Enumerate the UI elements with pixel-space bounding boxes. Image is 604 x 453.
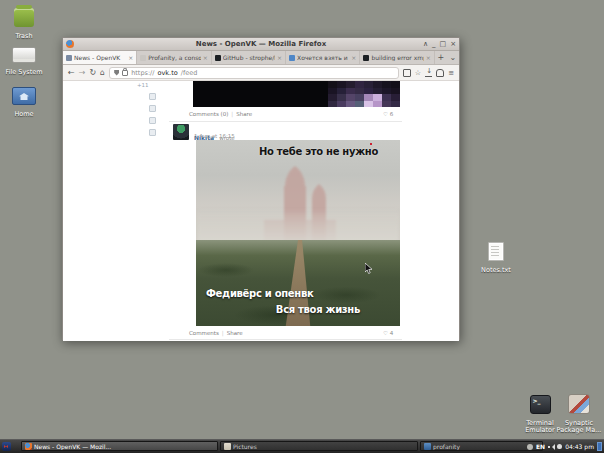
clock[interactable]: 04:43 pm: [565, 443, 594, 450]
tab-close-icon[interactable]: ×: [351, 54, 356, 61]
tab-habr-article[interactable]: Хочется взять и ра ×: [286, 51, 360, 64]
watermark-dot: [370, 143, 372, 145]
reaction-icon[interactable]: [149, 117, 156, 124]
post-divider: [169, 121, 402, 122]
lock-icon[interactable]: [122, 70, 128, 76]
pixelated-region: [328, 81, 400, 107]
tab-label: Profanity, a console ba: [148, 54, 200, 61]
comments-link[interactable]: Comments (0): [189, 111, 228, 117]
firefox-icon: [25, 443, 32, 450]
maximize-button[interactable]: □: [440, 38, 447, 50]
taskbar-button-label: profanity: [433, 443, 460, 450]
url-path: /feed: [181, 69, 198, 77]
back-button[interactable]: ←: [68, 69, 75, 77]
openvk-feed-page: +11 Comments (0)|Share ♡ 6 Nikita wrote: [63, 81, 459, 341]
share-link[interactable]: Share: [236, 111, 252, 117]
url-host: ovk.to: [158, 69, 178, 77]
tab-github-strophe[interactable]: GitHub - strophe/lib ×: [212, 51, 286, 64]
desktop-icon-trash[interactable]: Trash: [1, 8, 47, 40]
taskbar-window-pictures[interactable]: Pictures: [220, 441, 418, 451]
tab-building-error[interactable]: building error xmpp ×: [360, 51, 434, 64]
like-counter[interactable]: ♡ 4: [383, 330, 393, 336]
reaction-icon[interactable]: [149, 105, 156, 112]
forward-button[interactable]: →: [79, 69, 86, 77]
desktop-icon-synaptic[interactable]: Synaptic Package Ma...: [556, 394, 602, 435]
account-icon[interactable]: [436, 69, 444, 77]
page-favicon: [140, 55, 146, 61]
tab-label: GitHub - strophe/lib: [223, 54, 275, 61]
taskbar-window-firefox[interactable]: News - OpenVK — Mozil...: [21, 441, 218, 451]
applications-menu-button[interactable]: [2, 442, 11, 451]
tab-label: building error xmpp: [371, 54, 423, 61]
reader-mode-icon[interactable]: [403, 69, 411, 77]
tracking-protection-icon[interactable]: [114, 70, 119, 76]
post-actions: Comments (0)|Share: [189, 111, 252, 117]
post-divider: [169, 339, 402, 340]
drive-icon: [12, 47, 36, 63]
taskbar-button-label: News - OpenVK — Mozil...: [34, 443, 111, 450]
tray-applet-icon[interactable]: [527, 444, 533, 450]
icon-label: Trash: [1, 33, 47, 40]
firefox-window: News - OpenVK — Mozilla Firefox ∧ _ □ × …: [62, 37, 460, 340]
window-titlebar[interactable]: News - OpenVK — Mozilla Firefox ∧ _ □ ×: [63, 38, 459, 51]
meme-top-text: Но тебе это не нужно: [259, 147, 378, 157]
downloads-icon[interactable]: [425, 69, 432, 77]
avatar[interactable]: [173, 124, 189, 140]
window-title: News - OpenVK — Mozilla Firefox: [63, 38, 459, 50]
post-attachment-image[interactable]: [193, 81, 400, 107]
desktop-icon-file-system[interactable]: File System: [1, 47, 47, 76]
volume-icon[interactable]: [548, 444, 554, 450]
tab-news-openvk[interactable]: News - OpenVK ×: [63, 51, 137, 64]
tab-profanity[interactable]: Profanity, a console ba ×: [137, 51, 211, 64]
like-counter[interactable]: ♡ 6: [383, 111, 393, 117]
tab-close-icon[interactable]: ×: [128, 54, 133, 61]
github-favicon: [215, 55, 221, 61]
desktop-icon-home[interactable]: Home: [1, 87, 47, 118]
reaction-icon[interactable]: [149, 129, 156, 136]
profanity-icon: [424, 443, 431, 450]
heart-icon: ♡: [383, 330, 388, 336]
system-tray: EN 04:43 pm: [527, 440, 602, 453]
home-button[interactable]: ⌂: [100, 69, 105, 77]
like-count: 4: [390, 330, 394, 336]
tab-close-icon[interactable]: ×: [203, 54, 208, 61]
reactions-badge: +11: [137, 82, 149, 88]
meme-bottom-text-1: Федивёрс и опенвк: [206, 289, 313, 299]
close-button[interactable]: ×: [450, 38, 456, 50]
icon-label: Notes.txt: [473, 267, 519, 274]
url-scheme: https://: [131, 69, 154, 77]
openvk-favicon: [66, 55, 72, 61]
new-tab-button[interactable]: +: [435, 51, 447, 64]
comments-link[interactable]: Comments: [189, 330, 219, 336]
trash-icon: [14, 8, 34, 27]
shade-button[interactable]: ∧: [423, 38, 428, 50]
keyboard-layout-indicator[interactable]: EN: [536, 443, 545, 450]
notification-icon[interactable]: [557, 444, 562, 449]
bookmark-star-icon[interactable]: ☆: [415, 69, 421, 77]
divider: |: [219, 330, 227, 336]
menu-icon[interactable]: ≡: [448, 69, 454, 77]
workspace-switcher[interactable]: [597, 442, 602, 451]
desktop-icon-notes-file[interactable]: Notes.txt: [473, 242, 519, 274]
minimize-button[interactable]: _: [432, 38, 436, 50]
mouse-cursor: [365, 263, 373, 274]
url-bar[interactable]: https://ovk.to/feed: [109, 67, 399, 79]
reload-button[interactable]: ↻: [89, 69, 96, 77]
list-tabs-button[interactable]: ⌄: [447, 51, 459, 64]
reaction-icon[interactable]: [149, 93, 156, 100]
tab-label: News - OpenVK: [74, 54, 126, 61]
tab-label: Хочется взять и ра: [297, 54, 349, 61]
tab-close-icon[interactable]: ×: [277, 54, 282, 61]
tab-close-icon[interactable]: ×: [426, 54, 431, 61]
navigation-toolbar: ← → ↻ ⌂ https://ovk.to/feed ☆ ≡: [63, 65, 459, 81]
taskbar-window-profanity[interactable]: profanity: [420, 441, 543, 451]
desktop: Trash File System Home Notes.txt Termina…: [0, 0, 604, 453]
share-link[interactable]: Share: [227, 330, 243, 336]
tab-bar: News - OpenVK × Profanity, a console ba …: [63, 51, 459, 65]
meme-bottom-text-2: Вся твоя жизнь: [276, 305, 360, 315]
icon-label: File System: [1, 69, 47, 76]
meme-image[interactable]: Но тебе это не нужно Федивёрс и опенвк В…: [196, 140, 400, 326]
post-timestamp[interactable]: 1 Aug at 16:15: [194, 133, 235, 139]
synaptic-icon: [568, 394, 590, 414]
firefox-icon: [66, 40, 74, 48]
